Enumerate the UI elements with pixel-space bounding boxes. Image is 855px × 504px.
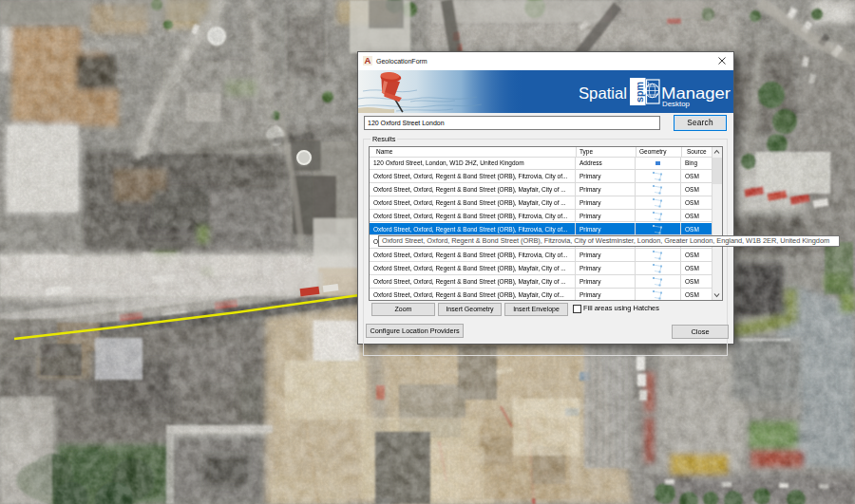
svg-text:Spatial: Spatial bbox=[579, 84, 627, 102]
svg-text:spm: spm bbox=[634, 82, 645, 103]
svg-text:Desktop: Desktop bbox=[662, 100, 691, 108]
